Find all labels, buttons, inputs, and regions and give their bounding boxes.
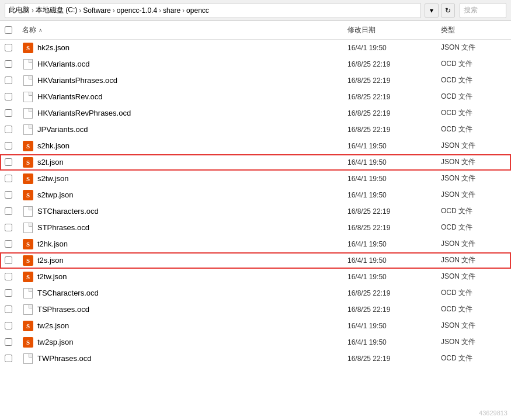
file-name: s2t.json (37, 158, 347, 166)
ocd-icon (22, 222, 34, 234)
table-row[interactable]: St2tw.json16/4/1 19:50JSON 文件 (0, 269, 511, 285)
file-name: TSPhrases.ocd (37, 305, 347, 314)
row-checkbox[interactable] (5, 273, 12, 280)
row-checkbox[interactable] (5, 142, 12, 150)
file-type: JSON 文件 (441, 43, 511, 53)
json-icon: S (22, 238, 34, 250)
breadcrumb-sep-5: › (182, 6, 185, 15)
breadcrumb-software[interactable]: Software (83, 6, 110, 15)
row-checkbox[interactable] (5, 322, 12, 329)
table-row[interactable]: Stw2sp.json16/4/1 19:50JSON 文件 (0, 334, 511, 350)
row-checkbox[interactable] (5, 44, 12, 51)
breadcrumb-sep-2: › (79, 6, 81, 15)
file-name: t2tw.json (37, 272, 347, 281)
sort-arrow: ∧ (39, 27, 43, 33)
table-row[interactable]: TSPhrases.ocd16/8/25 22:19OCD 文件 (0, 301, 511, 318)
breadcrumb-opencc[interactable]: opencc (186, 6, 209, 15)
file-name: TWPhrases.ocd (37, 354, 347, 363)
file-date: 16/4/1 19:50 (347, 322, 441, 330)
row-checkbox[interactable] (5, 289, 12, 297)
row-checkbox[interactable] (5, 126, 12, 133)
table-row[interactable]: Ss2t.json16/4/1 19:50JSON 文件 (0, 154, 511, 171)
breadcrumb-sep-3: › (113, 6, 115, 15)
file-date: 16/4/1 19:50 (347, 158, 441, 166)
file-date: 16/8/25 22:19 (347, 207, 441, 216)
dropdown-button[interactable]: ▾ (425, 4, 439, 18)
file-date: 16/4/1 19:50 (347, 44, 441, 52)
table-row[interactable]: Shk2s.json16/4/1 19:50JSON 文件 (0, 40, 511, 56)
column-name-header[interactable]: 名称 ∧ (22, 25, 347, 35)
table-row[interactable]: JPVariants.ocd16/8/25 22:19OCD 文件 (0, 122, 511, 138)
row-checkbox[interactable] (5, 175, 12, 182)
file-type: OCD 文件 (441, 59, 511, 69)
address-bar: 此电脑 › 本地磁盘 (C:) › Software › opencc-1.0.… (0, 0, 511, 21)
file-list: Shk2s.json16/4/1 19:50JSON 文件HKVariants.… (0, 40, 511, 420)
table-row[interactable]: TSCharacters.ocd16/8/25 22:19OCD 文件 (0, 285, 511, 301)
table-row[interactable]: HKVariantsRevPhrases.ocd16/8/25 22:19OCD… (0, 105, 511, 122)
row-checkbox[interactable] (5, 207, 12, 215)
json-icon: S (22, 140, 34, 152)
file-type: OCD 文件 (441, 223, 511, 232)
breadcrumb[interactable]: 此电脑 › 本地磁盘 (C:) › Software › opencc-1.0.… (5, 3, 421, 18)
breadcrumb-pc[interactable]: 此电脑 (9, 5, 30, 15)
row-checkbox[interactable] (5, 224, 12, 231)
search-placeholder: 搜索 (464, 5, 478, 15)
breadcrumb-share[interactable]: share (163, 6, 180, 15)
table-row[interactable]: TWPhrases.ocd16/8/25 22:19OCD 文件 (0, 350, 511, 367)
row-checkbox[interactable] (5, 256, 12, 264)
table-row[interactable]: STPhrases.ocd16/8/25 22:19OCD 文件 (0, 220, 511, 236)
file-date: 16/4/1 19:50 (347, 240, 441, 248)
json-icon: S (22, 255, 34, 266)
file-type: OCD 文件 (441, 288, 511, 298)
table-row[interactable]: Stw2s.json16/4/1 19:50JSON 文件 (0, 318, 511, 334)
table-row[interactable]: HKVariants.ocd16/8/25 22:19OCD 文件 (0, 56, 511, 72)
json-icon: S (22, 336, 34, 348)
file-type: JSON 文件 (441, 190, 511, 200)
breadcrumb-drive[interactable]: 本地磁盘 (C:) (36, 5, 77, 15)
file-name: tw2s.json (37, 321, 347, 330)
table-row[interactable]: St2hk.json16/4/1 19:50JSON 文件 (0, 236, 511, 252)
json-icon: S (22, 173, 34, 185)
file-type: JSON 文件 (441, 173, 511, 183)
file-name: t2hk.json (37, 239, 347, 248)
column-date-header[interactable]: 修改日期 (347, 25, 441, 35)
table-row[interactable]: HKVariantsPhrases.ocd16/8/25 22:19OCD 文件 (0, 72, 511, 89)
table-row[interactable]: HKVariantsRev.ocd16/8/25 22:19OCD 文件 (0, 89, 511, 105)
row-checkbox[interactable] (5, 93, 12, 100)
row-checkbox[interactable] (5, 240, 12, 248)
file-date: 16/4/1 19:50 (347, 191, 441, 199)
table-row[interactable]: Ss2tw.json16/4/1 19:50JSON 文件 (0, 171, 511, 187)
column-type-header[interactable]: 类型 (441, 25, 511, 35)
file-name: TSCharacters.ocd (37, 289, 347, 297)
row-checkbox[interactable] (5, 338, 12, 346)
file-type: JSON 文件 (441, 141, 511, 151)
file-type: JSON 文件 (441, 337, 511, 347)
select-all-checkbox[interactable] (5, 26, 12, 34)
refresh-button[interactable]: ↻ (441, 4, 455, 18)
ocd-icon (22, 107, 34, 119)
row-checkbox[interactable] (5, 77, 12, 84)
row-checkbox[interactable] (5, 60, 12, 68)
search-box[interactable]: 搜索 (460, 3, 506, 18)
file-name: t2s.json (37, 256, 347, 265)
header-checkbox[interactable] (5, 26, 22, 34)
table-row[interactable]: St2s.json16/4/1 19:50JSON 文件 (0, 252, 511, 269)
file-date: 16/8/25 22:19 (347, 126, 441, 134)
breadcrumb-opencc-ver[interactable]: opencc-1.0.4 (117, 6, 157, 15)
ocd-icon (22, 91, 34, 103)
file-date: 16/4/1 19:50 (347, 256, 441, 265)
row-checkbox[interactable] (5, 306, 12, 313)
ocd-icon (22, 124, 34, 136)
ocd-icon (22, 304, 34, 315)
file-name: HKVariantsPhrases.ocd (37, 76, 347, 85)
file-date: 16/4/1 19:50 (347, 273, 441, 281)
row-checkbox[interactable] (5, 158, 12, 166)
file-type: JSON 文件 (441, 239, 511, 249)
row-checkbox[interactable] (5, 191, 12, 199)
table-row[interactable]: STCharacters.ocd16/8/25 22:19OCD 文件 (0, 203, 511, 220)
file-name: s2tw.json (37, 174, 347, 183)
row-checkbox[interactable] (5, 109, 12, 117)
table-row[interactable]: Ss2hk.json16/4/1 19:50JSON 文件 (0, 138, 511, 154)
table-row[interactable]: Ss2twp.json16/4/1 19:50JSON 文件 (0, 187, 511, 203)
row-checkbox[interactable] (5, 355, 12, 362)
